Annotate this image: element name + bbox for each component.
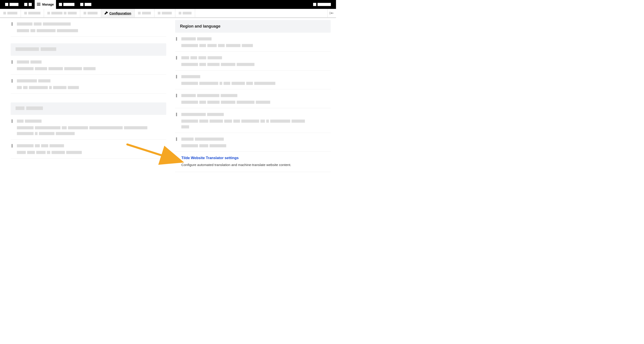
chevron-icon: ▌ (12, 144, 14, 147)
left-item-2[interactable]: ▌ (11, 56, 166, 75)
chevron-icon: ▌ (176, 37, 178, 40)
right-item-4[interactable]: ▌ (175, 89, 331, 108)
nav2-item-3[interactable] (44, 9, 80, 17)
nav2-item-configuration[interactable]: Configuration (101, 9, 135, 17)
nav2-item-6[interactable] (154, 9, 175, 17)
main-content: ▌ ▌ ▌ ▌ ▌ (0, 18, 336, 172)
topbar-item-3[interactable] (56, 0, 77, 9)
left-column: ▌ ▌ ▌ ▌ ▌ (11, 18, 166, 172)
chevron-icon: ▌ (176, 56, 178, 59)
chevron-icon: ▌ (176, 113, 178, 116)
topbar-item-right[interactable] (310, 0, 334, 9)
topbar-item-4[interactable] (77, 0, 94, 9)
section-title: Region and language (180, 24, 326, 29)
nav2-item-5[interactable] (135, 9, 154, 17)
nav2-item-7[interactable] (175, 9, 195, 17)
hamburger-icon (37, 3, 40, 6)
tilde-translator-link[interactable]: Tilde Website Translator settings (181, 156, 239, 160)
right-column: Region and language ▌ ▌ ▌ ▌ ▌ (175, 18, 331, 172)
chevron-icon: ▌ (12, 60, 14, 64)
nav2-item-4[interactable] (80, 9, 101, 17)
tilde-translator-settings-item[interactable]: › Tilde Website Translator settings Conf… (175, 152, 331, 172)
right-item-3[interactable]: ▌ (175, 70, 331, 89)
svg-rect-1 (332, 13, 334, 13)
topbar-item-2[interactable] (21, 0, 35, 9)
left-section-header-2 (11, 102, 166, 115)
chevron-icon: ▌ (12, 119, 14, 123)
top-toolbar: Manage (0, 0, 336, 9)
right-item-5[interactable]: ▌ (175, 108, 331, 133)
left-section-header-1 (11, 43, 166, 56)
configuration-label: Configuration (109, 11, 131, 15)
svg-rect-0 (330, 12, 330, 14)
tilde-translator-description: Configure automated translation and mach… (181, 162, 331, 168)
chevron-icon: ▌ (176, 94, 178, 97)
region-language-header: Region and language (175, 20, 331, 33)
left-item-1[interactable]: ▌ (11, 18, 166, 37)
chevron-icon: ▌ (176, 75, 178, 78)
left-item-5[interactable]: ▌ (11, 140, 166, 158)
nav2-item-1[interactable] (0, 9, 21, 17)
right-item-2[interactable]: ▌ (175, 52, 331, 70)
collapse-icon (330, 12, 334, 15)
left-item-4[interactable]: ▌ (11, 115, 166, 140)
right-item-1[interactable]: ▌ (175, 33, 331, 52)
chevron-icon: ▌ (12, 79, 14, 82)
topbar-item-manage[interactable]: Manage (35, 0, 56, 9)
manage-label: Manage (42, 3, 54, 6)
chevron-right-icon: › (176, 156, 177, 160)
navbar-collapse-button[interactable] (327, 9, 336, 17)
wrench-icon (104, 11, 108, 15)
chevron-icon: ▌ (176, 137, 178, 141)
topbar-item-1[interactable] (2, 0, 21, 9)
chevron-icon: ▌ (12, 22, 14, 26)
left-item-3[interactable]: ▌ (11, 75, 166, 94)
secondary-navbar: Configuration (0, 9, 336, 18)
nav2-item-2[interactable] (21, 9, 44, 17)
right-item-6[interactable]: ▌ (175, 133, 331, 152)
